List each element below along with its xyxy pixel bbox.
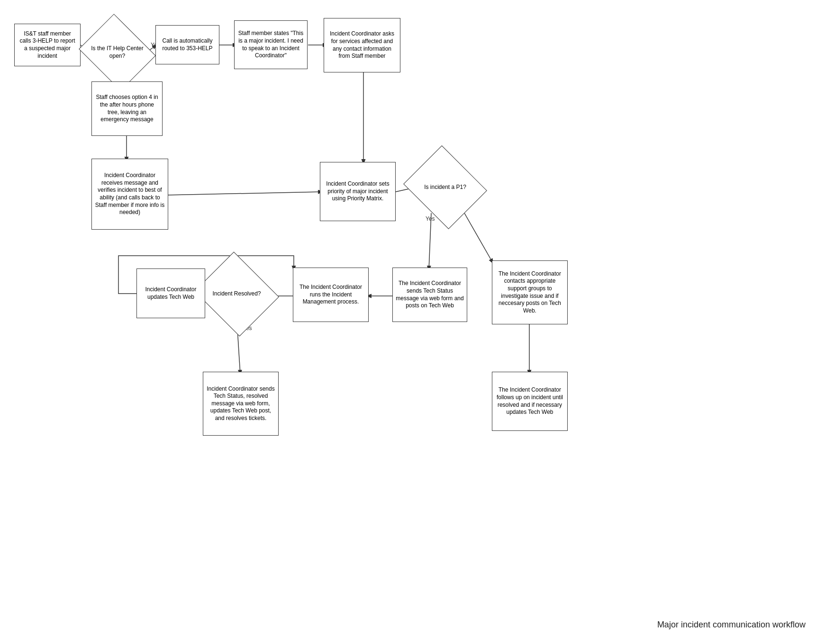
yes2-label: Yes [426, 215, 435, 222]
page-title: Major incident communication workflow [657, 620, 806, 630]
diamond-help-center: Is the IT Help Center open? [88, 27, 147, 77]
diagram-container: Yes No No Yes Yes No IS&T staff member c… [0, 0, 834, 644]
diamond-p1: Is incident a P1? [413, 160, 477, 215]
box-support-groups: The Incident Coordinator contacts approp… [492, 260, 568, 324]
box-ic-receives: Incident Coordinator receives message an… [91, 159, 168, 230]
box-ic-updates: Incident Coordinator updates Tech Web [136, 268, 205, 318]
diamond-resolved: Incident Resolved? [205, 266, 269, 322]
box-ic-priority: Incident Coordinator sets priority of ma… [320, 162, 396, 221]
box-incident-mgmt: The Incident Coordinator runs the Incide… [293, 268, 369, 322]
box-follows-up: The Incident Coordinator follows up on i… [492, 372, 568, 431]
svg-line-7 [166, 192, 322, 195]
box-call-routed: Call is automatically routed to 353-HELP [155, 25, 219, 64]
box-ic-asks: Incident Coordinator asks for services a… [324, 18, 400, 72]
box-resolved-msg: Incident Coordinator sends Tech Status, … [203, 372, 279, 436]
box-isst-staff: IS&T staff member calls 3-HELP to report… [14, 24, 81, 66]
box-staff-states: Staff member states "This is a major inc… [234, 20, 308, 69]
box-tech-status: The Incident Coordinator sends Tech Stat… [392, 268, 467, 322]
box-staff-option4: Staff chooses option 4 in the after hour… [91, 81, 163, 136]
